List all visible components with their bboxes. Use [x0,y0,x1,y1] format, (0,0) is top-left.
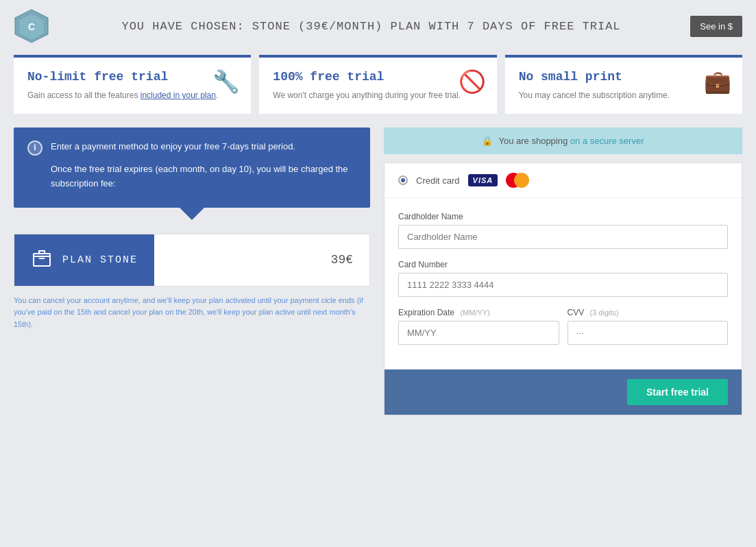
start-free-trial-button[interactable]: Start free trial [627,379,728,405]
feature-card-free-trial: 🚫 100% free trial We won't charge you an… [259,55,496,114]
feature-card-desc: Gain access to all the features included… [27,89,237,101]
info-text-1: Enter a payment method to enjoy your fre… [51,140,295,154]
payment-box: Credit card VISA Cardholder Name Card Nu… [384,162,742,415]
info-box: i Enter a payment method to enjoy your f… [14,127,370,208]
cardholder-label: Cardholder Name [398,212,728,221]
plan-left: PLAN STONE [14,234,154,286]
plan-name: PLAN STONE [62,254,138,266]
form-area: Cardholder Name Card Number Expiration D… [385,198,742,369]
card-number-label: Card Number [398,260,728,269]
payment-footer: Start free trial [385,369,742,415]
see-in-button[interactable]: See in $ [690,16,742,37]
secure-text: You are shopping on a secure server [498,136,644,146]
header: C YOU HAVE CHOSEN: STONE (39€/MONTH) PLA… [0,0,756,52]
cancel-text: You can cancel your account anytime, and… [14,295,370,331]
feature-card-title-2: 100% free trial [273,70,483,84]
feature-cards: 🔧 No-limit free trial Gain access to all… [0,55,756,127]
right-panel: 🔒 You are shopping on a secure server Cr… [384,127,742,415]
left-panel: i Enter a payment method to enjoy your f… [14,127,370,415]
feature-card-title-3: No small print [519,70,729,84]
feature-card-title: No-limit free trial [27,70,237,84]
lock-icon: 🔒 [482,136,493,146]
feature-card-desc-3: You may cancel the subscription anytime. [519,89,729,101]
expiry-group: Expiration Date (MM/YY) [398,308,559,345]
payment-header: Credit card VISA [385,163,742,198]
credit-card-label: Credit card [416,175,460,186]
card-number-group: Card Number [398,260,728,297]
cardholder-input[interactable] [398,225,728,249]
credit-card-radio[interactable] [398,175,408,185]
cvv-group: CVV (3 digits) [568,308,729,345]
svg-rect-3 [34,254,50,266]
no-charge-icon: 🚫 [459,69,486,95]
plan-icon [31,247,53,274]
expiry-input[interactable] [398,321,559,345]
cvv-label: CVV (3 digits) [568,308,729,317]
main-content: i Enter a payment method to enjoy your f… [0,127,756,429]
header-title: YOU HAVE CHOSEN: STONE (39€/MONTH) PLAN … [0,20,742,33]
wrench-icon: 🔧 [212,69,240,95]
expiry-cvv-row: Expiration Date (MM/YY) CVV (3 digits) [398,308,728,356]
plan-box: PLAN STONE 39€ [14,234,370,287]
visa-badge: VISA [468,174,498,186]
feature-card-desc-2: We won't charge you anything during your… [273,89,483,101]
info-text-2: Once the free trial expires (each month,… [51,162,356,191]
cardholder-group: Cardholder Name [398,212,728,249]
info-icon: i [27,141,42,156]
mastercard-badge [506,173,529,188]
briefcase-icon: 💼 [704,69,731,95]
feature-card-no-limit: 🔧 No-limit free trial Gain access to all… [14,55,251,114]
expiry-label: Expiration Date (MM/YY) [398,308,559,317]
plan-price: 39€ [154,234,369,286]
secure-banner: 🔒 You are shopping on a secure server [384,127,742,154]
card-number-input[interactable] [398,273,728,297]
feature-card-no-print: 💼 No small print You may cancel the subs… [505,55,742,114]
cvv-input[interactable] [568,321,729,345]
